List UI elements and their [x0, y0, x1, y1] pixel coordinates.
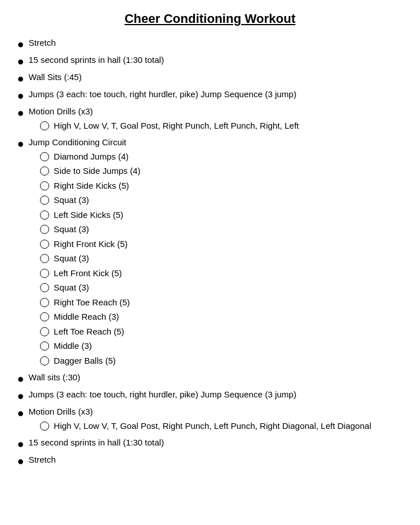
bullet-icon: ●: [17, 105, 24, 120]
sub-bullet-icon: [40, 312, 49, 321]
sub-bullet-icon: [40, 210, 49, 220]
list-item: ●Stretch: [17, 454, 403, 468]
sub-bullet-icon: [40, 356, 49, 365]
sub-bullet-icon: [40, 254, 49, 263]
bullet-icon: ●: [17, 54, 24, 69]
sub-bullet-icon: [40, 181, 49, 190]
sub-item-text: Left Toe Reach (5): [54, 325, 403, 339]
item-text: Stretch: [29, 454, 403, 467]
sub-list-item: Squat (3): [40, 252, 403, 265]
sub-list-item: Right Toe Reach (5): [40, 296, 403, 309]
sub-item-text: Squat (3): [54, 194, 403, 207]
sub-list-item: Squat (3): [40, 194, 403, 207]
bullet-icon: ●: [17, 436, 24, 451]
main-list: ●Stretch●15 second sprints in hall (1:30…: [17, 37, 403, 468]
sub-bullet-icon: [40, 121, 49, 130]
list-item: ●Wall sits (:30): [17, 371, 403, 386]
list-item: ●Stretch: [17, 37, 403, 51]
sub-bullet-icon: [40, 225, 49, 234]
sub-list-item: Middle (3): [40, 340, 403, 353]
bullet-icon: ●: [17, 88, 24, 103]
bullet-icon: ●: [17, 371, 24, 386]
item-text: 15 second sprints in hall (1:30 total): [29, 436, 403, 450]
sub-list-item: Left Side Kicks (5): [40, 209, 403, 222]
sub-bullet-icon: [40, 298, 49, 307]
list-item: ●15 second sprints in hall (1:30 total): [17, 436, 403, 451]
sub-bullet-icon: [40, 152, 49, 161]
list-item: ●Jump Conditioning CircuitDiamond Jumps …: [17, 136, 403, 369]
sub-list-item: Right Side Kicks (5): [40, 180, 403, 193]
list-item: ●Wall Sits (:45): [17, 71, 403, 86]
bullet-icon: ●: [17, 136, 24, 151]
sub-item-text: Middle (3): [54, 340, 403, 353]
sub-bullet-icon: [40, 269, 49, 278]
item-text: Motion Drills (x3)High V, Low V, T, Goal…: [29, 105, 403, 134]
list-item: ●Jumps (3 each: toe touch, right hurdler…: [17, 388, 403, 403]
sub-list-item: Squat (3): [40, 223, 403, 236]
sub-bullet-icon: [40, 240, 49, 249]
item-text: Jumps (3 each: toe touch, right hurdler,…: [29, 88, 403, 101]
item-text: 15 second sprints in hall (1:30 total): [29, 54, 403, 67]
sub-list-item: High V, Low V, T, Goal Post, Right Punch…: [40, 420, 403, 433]
list-item: ●Jumps (3 each: toe touch, right hurdler…: [17, 88, 403, 103]
sub-item-text: Dagger Balls (5): [54, 355, 403, 368]
sub-bullet-icon: [40, 421, 49, 431]
sub-item-text: Right Side Kicks (5): [54, 180, 403, 193]
sub-item-text: Right Toe Reach (5): [54, 296, 403, 309]
sub-item-text: Left Front Kick (5): [54, 267, 403, 280]
sub-list-item: High V, Low V, T, Goal Post, Right Punch…: [40, 120, 403, 133]
sub-list-item: Dagger Balls (5): [40, 355, 403, 368]
sub-item-text: Left Side Kicks (5): [54, 209, 403, 222]
sub-bullet-icon: [40, 327, 49, 336]
sub-list: Diamond Jumps (4)Side to Side Jumps (4)R…: [40, 150, 403, 368]
sub-item-text: High V, Low V, T, Goal Post, Right Punch…: [54, 120, 403, 133]
sub-list-item: Squat (3): [40, 281, 403, 295]
sub-list-item: Right Front Kick (5): [40, 238, 403, 251]
sub-list: High V, Low V, T, Goal Post, Right Punch…: [40, 120, 403, 133]
sub-list-item: Left Front Kick (5): [40, 267, 403, 280]
item-text: Jump Conditioning CircuitDiamond Jumps (…: [29, 136, 403, 369]
sub-item-text: Right Front Kick (5): [54, 238, 403, 251]
item-text: Motion Drills (x3)High V, Low V, T, Goal…: [29, 405, 403, 434]
bullet-icon: ●: [17, 37, 24, 51]
bullet-icon: ●: [17, 405, 24, 420]
list-item: ●Motion Drills (x3)High V, Low V, T, Goa…: [17, 405, 403, 434]
sub-item-text: Squat (3): [54, 223, 403, 236]
item-text: Wall sits (:30): [29, 371, 403, 384]
sub-item-text: Squat (3): [54, 281, 403, 295]
sub-list-item: Middle Reach (3): [40, 311, 403, 324]
list-item: ●Motion Drills (x3)High V, Low V, T, Goa…: [17, 105, 403, 134]
sub-bullet-icon: [40, 341, 49, 351]
sub-list-item: Side to Side Jumps (4): [40, 165, 403, 178]
sub-item-text: Squat (3): [54, 252, 403, 265]
sub-item-text: Middle Reach (3): [54, 311, 403, 324]
sub-bullet-icon: [40, 283, 49, 292]
sub-item-text: Side to Side Jumps (4): [54, 165, 403, 178]
bullet-icon: ●: [17, 454, 24, 468]
item-text: Stretch: [29, 37, 403, 50]
sub-bullet-icon: [40, 166, 49, 176]
sub-item-text: High V, Low V, T, Goal Post, Right Punch…: [54, 420, 403, 433]
bullet-icon: ●: [17, 388, 24, 403]
sub-bullet-icon: [40, 196, 49, 205]
list-item: ●15 second sprints in hall (1:30 total): [17, 54, 403, 69]
bullet-icon: ●: [17, 71, 24, 86]
sub-list-item: Left Toe Reach (5): [40, 325, 403, 339]
sub-list: High V, Low V, T, Goal Post, Right Punch…: [40, 420, 403, 433]
sub-list-item: Diamond Jumps (4): [40, 150, 403, 164]
item-text: Jumps (3 each: toe touch, right hurdler,…: [29, 388, 403, 401]
sub-item-text: Diamond Jumps (4): [54, 150, 403, 164]
page-title: Cheer Conditioning Workout: [17, 11, 403, 26]
item-text: Wall Sits (:45): [29, 71, 403, 84]
